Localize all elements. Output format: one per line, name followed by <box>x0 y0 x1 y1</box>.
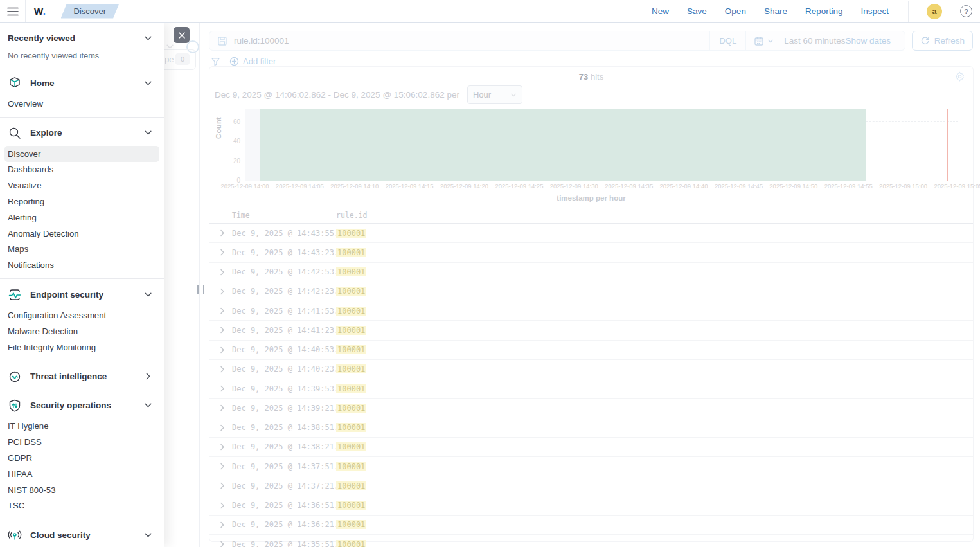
nav-action-save[interactable]: Save <box>687 6 707 16</box>
table-row[interactable]: Dec 9, 2025 @ 14:43:55.179 100001 <box>209 224 973 243</box>
highlighted-value: 100001 <box>336 287 366 296</box>
expand-row-chevron-icon[interactable] <box>219 307 226 314</box>
chevron-down-icon <box>144 34 152 42</box>
histogram-bar-14-00[interactable] <box>260 109 866 181</box>
interval-select[interactable]: Hour <box>467 85 522 104</box>
table-row[interactable]: Dec 9, 2025 @ 14:39:53.164 100001 <box>209 379 973 399</box>
expand-row-chevron-icon[interactable] <box>219 366 226 373</box>
x-tick-label: 2025-12-09 14:10 <box>330 183 379 190</box>
table-row[interactable]: Dec 9, 2025 @ 14:40:53.168 100001 <box>209 341 973 360</box>
expand-row-chevron-icon[interactable] <box>219 327 226 334</box>
filter-funnel-icon[interactable] <box>211 57 220 66</box>
expand-row-chevron-icon[interactable] <box>219 404 226 411</box>
help-icon[interactable]: ? <box>960 5 972 17</box>
expand-row-chevron-icon[interactable] <box>219 482 226 489</box>
expand-row-chevron-icon[interactable] <box>219 444 226 451</box>
expand-row-chevron-icon[interactable] <box>219 385 226 392</box>
close-flyout-button[interactable] <box>174 27 190 43</box>
expand-row-chevron-icon[interactable] <box>219 521 226 528</box>
sidebar-section-header[interactable]: Security operations <box>0 398 164 413</box>
sidebar-item-gdpr[interactable]: GDPR <box>4 450 159 466</box>
expand-row-chevron-icon[interactable] <box>219 463 226 470</box>
table-row[interactable]: Dec 9, 2025 @ 14:37:51.154 100001 <box>209 457 973 476</box>
sidebar-section-header[interactable]: Cloud security <box>0 527 164 543</box>
sidebar-item-dashboards[interactable]: Dashboards <box>4 162 159 178</box>
avatar[interactable]: a <box>927 4 942 19</box>
nav-action-reporting[interactable]: Reporting <box>805 6 843 16</box>
sidebar-item-tsc[interactable]: TSC <box>4 498 159 514</box>
table-row[interactable]: Dec 9, 2025 @ 14:38:21.156 100001 <box>209 438 973 457</box>
table-row[interactable]: Dec 9, 2025 @ 14:40:23.166 100001 <box>209 360 973 379</box>
nav-action-new[interactable]: New <box>652 6 669 16</box>
table-row[interactable]: Dec 9, 2025 @ 14:36:51.150 100001 <box>209 496 973 516</box>
expand-row-chevron-icon[interactable] <box>219 229 226 237</box>
cell-rule-id: 100001 <box>336 345 366 354</box>
expand-row-chevron-icon[interactable] <box>219 346 226 354</box>
sidebar-item-alerting[interactable]: Alerting <box>4 210 159 226</box>
highlighted-value: 100001 <box>336 423 366 432</box>
query-language-button[interactable]: DQL <box>709 31 745 50</box>
sidebar-item-malware-detection[interactable]: Malware Detection <box>4 323 159 339</box>
panel-resize-handle[interactable] <box>197 285 204 294</box>
time-range-value[interactable]: Last 60 minutes <box>781 36 845 46</box>
table-row[interactable]: Dec 9, 2025 @ 14:41:53.171 100001 <box>209 301 973 321</box>
sidebar-item-pci-dss[interactable]: PCI DSS <box>4 434 159 450</box>
nav-action-share[interactable]: Share <box>764 6 787 16</box>
date-picker-button[interactable] <box>745 31 781 50</box>
sidebar-item-nist-800-53[interactable]: NIST 800-53 <box>4 482 159 498</box>
histogram-chart[interactable] <box>245 109 958 181</box>
table-row[interactable]: Dec 9, 2025 @ 14:37:21.152 100001 <box>209 476 973 496</box>
expand-row-chevron-icon[interactable] <box>219 269 226 276</box>
tab-discover[interactable]: Discover <box>61 4 120 19</box>
sidebar-section-header[interactable]: Threat intelligence <box>0 369 164 384</box>
table-row[interactable]: Dec 9, 2025 @ 14:38:51.159 100001 <box>209 418 973 438</box>
sidebar-section-header[interactable]: Home <box>0 75 164 91</box>
sidebar-item-hipaa[interactable]: HIPAA <box>4 466 159 482</box>
refresh-button[interactable]: Refresh <box>912 31 973 51</box>
wazuh-logo[interactable]: W. <box>26 6 55 17</box>
sidebar-item-configuration-assessment[interactable]: Configuration Assessment <box>4 307 159 323</box>
sidebar-item-reporting[interactable]: Reporting <box>4 193 159 210</box>
cell-time: Dec 9, 2025 @ 14:41:23.170 <box>232 326 353 335</box>
table-row[interactable]: Dec 9, 2025 @ 14:42:53.175 100001 <box>209 263 973 282</box>
column-header-time[interactable]: Time <box>232 211 250 220</box>
sidebar-item-it-hygiene[interactable]: IT Hygiene <box>4 418 159 435</box>
expand-row-chevron-icon[interactable] <box>219 502 226 509</box>
expand-row-chevron-icon[interactable] <box>219 249 226 256</box>
add-filter-label: Add filter <box>243 57 276 66</box>
show-dates-button[interactable]: Show dates <box>845 36 898 46</box>
sidebar-item-file-integrity-monitoring[interactable]: File Integrity Monitoring <box>4 339 159 355</box>
sidebar-section-header[interactable]: Endpoint security <box>0 287 164 302</box>
table-row[interactable]: Dec 9, 2025 @ 14:39:21.161 100001 <box>209 399 973 418</box>
add-filter-button[interactable]: Add filter <box>229 57 276 66</box>
expand-row-chevron-icon[interactable] <box>219 541 226 547</box>
table-row[interactable]: Dec 9, 2025 @ 14:36:21.148 100001 <box>209 516 973 535</box>
sidebar-section-header[interactable]: Recently viewed <box>0 30 164 46</box>
gear-icon[interactable] <box>954 71 965 82</box>
search-query-input[interactable]: rule.id:100001 <box>234 36 709 46</box>
column-header-rule-id[interactable]: rule.id <box>336 211 367 220</box>
x-tick-label: 2025-12-09 15:05 <box>934 183 980 190</box>
table-row[interactable]: Dec 9, 2025 @ 14:42:23.173 100001 <box>209 282 973 301</box>
cell-time: Dec 9, 2025 @ 14:37:21.152 <box>232 481 353 490</box>
sidebar-item-discover[interactable]: Discover <box>4 146 159 162</box>
table-row[interactable]: Dec 9, 2025 @ 14:35:51.147 100001 <box>209 535 973 547</box>
navigation-flyout: Recently viewed No recently viewed items… <box>0 22 164 547</box>
sidebar-section-header[interactable]: Explore <box>0 125 164 141</box>
save-query-icon[interactable] <box>217 36 227 46</box>
sidebar-item-notifications[interactable]: Notifications <box>4 257 159 273</box>
sidebar-item-maps[interactable]: Maps <box>4 242 159 258</box>
nav-action-open[interactable]: Open <box>725 6 746 16</box>
menu-hamburger-icon[interactable] <box>0 1 25 22</box>
table-row[interactable]: Dec 9, 2025 @ 14:41:23.170 100001 <box>209 321 973 340</box>
highlighted-value: 100001 <box>336 364 366 373</box>
expand-row-chevron-icon[interactable] <box>219 288 226 295</box>
cell-rule-id: 100001 <box>336 267 366 276</box>
sidebar-item-anomaly-detection[interactable]: Anomaly Detection <box>4 226 159 242</box>
sidebar-item-overview[interactable]: Overview <box>4 96 159 112</box>
hits-label: hits <box>591 72 603 82</box>
nav-action-inspect[interactable]: Inspect <box>860 6 889 16</box>
sidebar-item-visualize[interactable]: Visualize <box>4 177 159 193</box>
table-row[interactable]: Dec 9, 2025 @ 14:43:23.177 100001 <box>209 243 973 262</box>
expand-row-chevron-icon[interactable] <box>219 424 226 431</box>
